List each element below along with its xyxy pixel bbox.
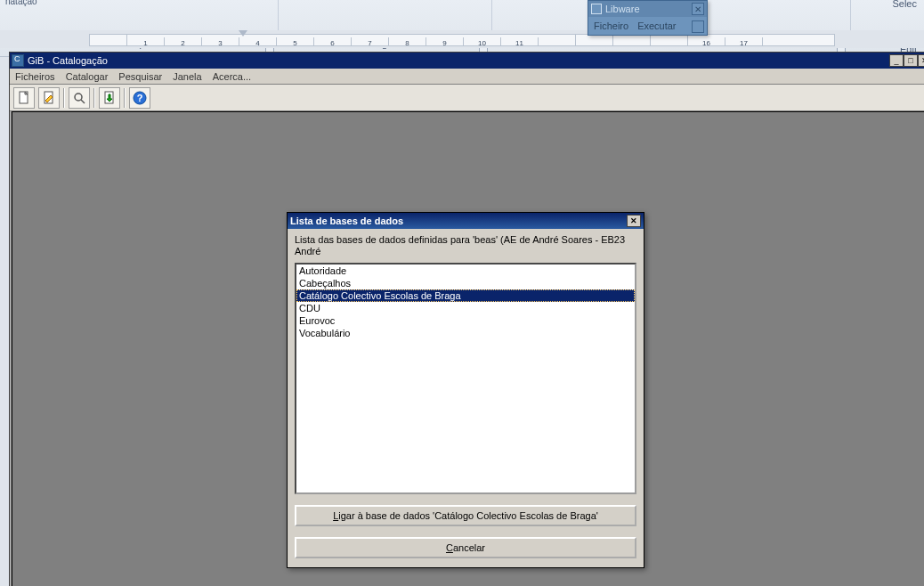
ruler-wrap: 12345678910111617 bbox=[0, 30, 924, 48]
ruler-tick bbox=[651, 35, 688, 45]
list-item[interactable]: Cabeçalhos bbox=[296, 277, 635, 289]
ruler-tick: 6 bbox=[314, 37, 352, 46]
libware-app-icon bbox=[591, 4, 602, 14]
ruler-tick: 10 bbox=[464, 37, 501, 46]
gib-menubar: FicheirosCatalogarPesquisarJanelaAcerca.… bbox=[10, 69, 924, 85]
ruler-tick: 2 bbox=[165, 37, 202, 46]
toolbar-separator bbox=[93, 88, 95, 108]
dialog-description: Lista das bases de dados definidas para … bbox=[295, 234, 636, 257]
ruler-tick bbox=[90, 35, 127, 45]
ruler-tick: 4 bbox=[239, 37, 277, 46]
libware-corner-icon bbox=[692, 20, 704, 33]
gib-titlebar[interactable]: GiB - Catalogação _ □ ✕ bbox=[10, 53, 924, 69]
list-item[interactable]: CDU bbox=[296, 302, 635, 314]
libware-titlebar[interactable]: Libware ✕ bbox=[588, 1, 707, 17]
close-button[interactable]: ✕ bbox=[918, 54, 924, 67]
list-item[interactable]: Vocabulário bbox=[296, 327, 635, 339]
connect-suffix: ' bbox=[596, 510, 598, 521]
libware-close-button[interactable]: ✕ bbox=[692, 3, 704, 15]
help-icon: ? bbox=[133, 91, 147, 105]
database-listbox[interactable]: AutoridadeCabeçalhosCatálogo Colectivo E… bbox=[295, 263, 636, 494]
libware-menubar: Ficheiro Executar bbox=[588, 17, 707, 35]
ribbon-fragment-text: natação bbox=[5, 0, 37, 6]
ruler-tick: 7 bbox=[352, 37, 389, 46]
new-document-icon bbox=[17, 91, 31, 105]
connect-db-name: Catálogo Colectivo Escolas de Braga bbox=[434, 510, 596, 521]
ruler-tick: 16 bbox=[688, 37, 725, 46]
svg-point-2 bbox=[75, 94, 82, 101]
ruler-tick: 9 bbox=[426, 37, 464, 46]
dialog-body: Lista das bases de dados definidas para … bbox=[288, 229, 644, 567]
cancel-rest: ancelar bbox=[453, 542, 485, 553]
ribbon-area: natação Tipo de Letra Parágrafo Estilos … bbox=[0, 0, 924, 57]
connect-button[interactable]: Ligar à base de dados 'Catálogo Colectiv… bbox=[295, 505, 636, 526]
connect-prefix: igar à base de dados ' bbox=[338, 510, 434, 521]
menu-ficheiros[interactable]: Ficheiros bbox=[15, 71, 55, 82]
libware-menu-executar[interactable]: Executar bbox=[637, 20, 676, 31]
svg-line-3 bbox=[81, 100, 85, 103]
ruler-tick: 17 bbox=[725, 37, 763, 46]
ruler-tick: 1 bbox=[127, 37, 165, 46]
list-item[interactable]: Eurovoc bbox=[296, 314, 635, 327]
download-icon bbox=[102, 91, 117, 105]
search-button[interactable] bbox=[69, 87, 90, 109]
list-item[interactable]: Catálogo Colectivo Escolas de Braga bbox=[296, 289, 635, 302]
edit-document-icon bbox=[42, 91, 56, 105]
ruler-tick bbox=[613, 35, 651, 45]
horizontal-ruler[interactable]: 12345678910111617 bbox=[89, 34, 835, 46]
search-icon bbox=[72, 91, 86, 105]
svg-text:?: ? bbox=[137, 93, 143, 103]
menu-catalogar[interactable]: Catalogar bbox=[66, 71, 109, 82]
toolbar-separator bbox=[124, 88, 126, 108]
menu-janela[interactable]: Janela bbox=[173, 71, 201, 82]
menu-pesquisar[interactable]: Pesquisar bbox=[118, 71, 162, 82]
gib-app-icon bbox=[12, 54, 24, 67]
dialog-close-button[interactable]: ✕ bbox=[627, 215, 641, 227]
ruler-tick: 8 bbox=[389, 37, 426, 46]
ruler-tick: 11 bbox=[501, 37, 539, 46]
ruler-tick: 5 bbox=[277, 37, 314, 46]
help-button[interactable]: ? bbox=[129, 87, 150, 109]
ruler-tick: 3 bbox=[202, 37, 239, 46]
ruler-tick bbox=[539, 35, 576, 45]
new-document-button[interactable] bbox=[13, 87, 35, 109]
gib-toolbar: ? bbox=[10, 85, 924, 111]
download-button[interactable] bbox=[99, 87, 120, 109]
dialog-titlebar[interactable]: Lista de bases de dados ✕ bbox=[288, 213, 644, 229]
edit-document-button[interactable] bbox=[38, 87, 60, 109]
list-item[interactable]: Autoridade bbox=[296, 265, 635, 277]
libware-window[interactable]: Libware ✕ Ficheiro Executar bbox=[588, 0, 708, 36]
libware-title-text: Libware bbox=[605, 4, 640, 14]
minimize-button[interactable]: _ bbox=[889, 54, 904, 67]
maximize-button[interactable]: □ bbox=[904, 54, 918, 67]
menu-acerca[interactable]: Acerca... bbox=[213, 71, 251, 82]
ribbon-select-fragment: Selec bbox=[892, 0, 917, 9]
indent-marker-icon[interactable] bbox=[239, 30, 247, 37]
gib-title-text: GiB - Catalogação bbox=[28, 55, 108, 66]
toolbar-separator bbox=[63, 88, 65, 108]
cancel-hotkey: C bbox=[446, 542, 453, 553]
dialog-title-text: Lista de bases de dados bbox=[290, 216, 403, 226]
ruler-tick bbox=[576, 35, 613, 45]
database-list-dialog: Lista de bases de dados ✕ Lista das base… bbox=[287, 212, 644, 568]
cancel-button[interactable]: Cancelar bbox=[295, 537, 636, 558]
libware-menu-ficheiro[interactable]: Ficheiro bbox=[594, 20, 628, 31]
